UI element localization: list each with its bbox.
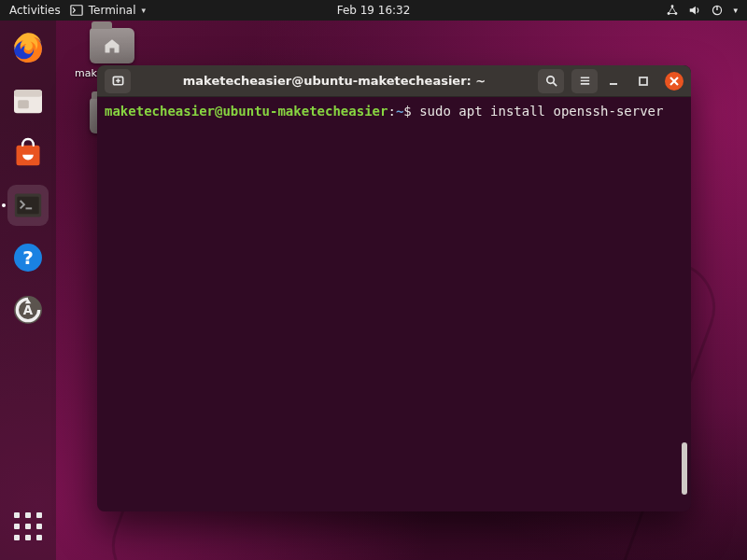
dock: ? A (0, 21, 56, 560)
dock-software[interactable] (7, 133, 49, 174)
svg-rect-9 (18, 100, 29, 108)
app-menu[interactable]: Terminal ▾ (70, 4, 146, 17)
dock-firefox[interactable] (7, 28, 49, 69)
dock-terminal[interactable] (7, 185, 49, 226)
files-icon (9, 82, 47, 119)
terminal-window: maketecheasier@ubuntu-maketecheasier: ~ (97, 65, 691, 511)
maximize-button[interactable] (635, 73, 652, 90)
volume-icon[interactable] (688, 4, 701, 17)
svg-rect-8 (14, 90, 42, 97)
new-tab-icon (111, 74, 125, 88)
help-icon: ? (9, 239, 47, 276)
maximize-icon (637, 75, 650, 88)
search-icon (544, 74, 558, 88)
app-menu-label: Terminal (89, 4, 136, 17)
dock-files[interactable] (7, 80, 49, 121)
scrollbar-thumb[interactable] (682, 442, 687, 495)
prompt-colon: : (388, 104, 395, 119)
dock-show-apps[interactable] (7, 506, 49, 547)
minimize-button[interactable] (605, 73, 622, 90)
dock-help[interactable]: ? (7, 237, 49, 278)
terminal-command: sudo apt install openssh-server (412, 104, 664, 119)
svg-rect-0 (71, 6, 82, 16)
window-titlebar[interactable]: maketecheasier@ubuntu-maketecheasier: ~ (97, 65, 691, 97)
terminal-body[interactable]: maketecheasier@ubuntu-maketecheasier:~$ … (97, 97, 691, 511)
network-icon[interactable] (666, 4, 679, 17)
shopping-bag-icon (9, 134, 47, 172)
close-icon (669, 77, 679, 86)
svg-point-21 (546, 77, 554, 84)
window-title: maketecheasier@ubuntu-maketecheasier: ~ (183, 74, 486, 88)
folder-icon (90, 28, 134, 63)
prompt-dollar: $ (403, 104, 411, 119)
terminal-icon (9, 187, 47, 224)
minimize-icon (607, 75, 620, 88)
svg-rect-12 (17, 197, 38, 214)
dock-updater[interactable]: A (7, 289, 49, 330)
power-icon[interactable] (711, 4, 724, 17)
prompt-user: maketecheasier@ubuntu-maketecheasier (105, 104, 388, 119)
svg-text:?: ? (22, 246, 34, 269)
new-tab-button[interactable] (105, 69, 131, 93)
svg-line-22 (553, 82, 557, 86)
search-button[interactable] (538, 69, 564, 93)
clock[interactable]: Feb 19 16:32 (337, 4, 411, 17)
running-indicator-icon (2, 203, 6, 207)
activities-button[interactable]: Activities (9, 4, 61, 17)
hamburger-menu-button[interactable] (571, 69, 598, 93)
svg-rect-27 (640, 77, 647, 85)
svg-text:A: A (23, 303, 34, 317)
terminal-icon (70, 4, 83, 17)
grid-icon (11, 510, 45, 543)
top-bar: Activities Terminal ▾ Feb 19 16:32 ▾ (0, 0, 747, 21)
updater-icon: A (9, 291, 47, 329)
close-button[interactable] (665, 72, 684, 91)
system-menu-chevron-icon[interactable]: ▾ (733, 6, 738, 15)
firefox-icon (9, 30, 47, 67)
menu-icon (578, 74, 592, 88)
dropdown-icon: ▾ (141, 6, 146, 15)
